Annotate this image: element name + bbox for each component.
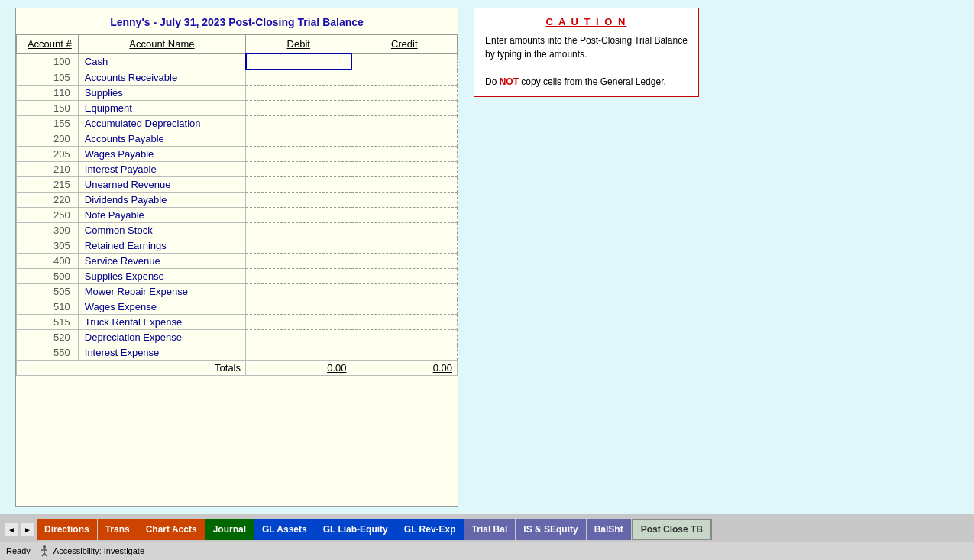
status-ready: Ready — [6, 546, 31, 555]
debit-input-cell[interactable] — [246, 254, 351, 269]
credit-input-cell[interactable] — [351, 101, 458, 116]
debit-input-cell[interactable] — [246, 284, 351, 299]
debit-input[interactable] — [251, 209, 346, 221]
credit-input-cell[interactable] — [351, 116, 458, 131]
credit-input[interactable] — [356, 316, 452, 328]
credit-input[interactable] — [356, 194, 452, 206]
credit-input-cell[interactable] — [351, 208, 458, 223]
tab-trans[interactable]: Trans — [98, 519, 138, 540]
credit-input[interactable] — [356, 240, 452, 251]
debit-input-cell[interactable] — [246, 53, 351, 70]
account-num-cell: 520 — [17, 330, 79, 345]
credit-input-cell[interactable] — [351, 193, 458, 208]
credit-input-cell[interactable] — [351, 269, 458, 284]
credit-input-cell[interactable] — [351, 345, 458, 361]
credit-input[interactable] — [356, 102, 452, 114]
tab-gl-assets[interactable]: GL Assets — [254, 519, 315, 540]
debit-input-cell[interactable] — [246, 299, 351, 315]
debit-input[interactable] — [251, 316, 346, 328]
debit-input[interactable] — [251, 270, 346, 282]
credit-input[interactable] — [356, 148, 452, 160]
credit-input[interactable] — [356, 270, 452, 282]
tab-gl-liab-equity[interactable]: GL Liab-Equity — [315, 519, 396, 540]
debit-input-cell[interactable] — [246, 208, 351, 223]
credit-input-cell[interactable] — [351, 53, 458, 70]
debit-input-cell[interactable] — [246, 162, 351, 177]
tab-gl-rev-exp[interactable]: GL Rev-Exp — [396, 519, 464, 540]
debit-input[interactable] — [251, 286, 346, 297]
credit-input-cell[interactable] — [351, 299, 458, 315]
debit-input[interactable] — [251, 87, 346, 99]
debit-input-cell[interactable] — [246, 177, 351, 193]
tab-post-close-tb[interactable]: Post Close TB — [632, 519, 712, 540]
credit-input-cell[interactable] — [351, 238, 458, 254]
credit-input-cell[interactable] — [351, 70, 458, 86]
account-name-cell: Depreciation Expense — [78, 330, 245, 345]
credit-input-cell[interactable] — [351, 162, 458, 177]
debit-input[interactable] — [251, 347, 346, 358]
debit-input-cell[interactable] — [246, 116, 351, 131]
debit-input[interactable] — [251, 179, 346, 190]
credit-input-cell[interactable] — [351, 223, 458, 238]
credit-input[interactable] — [356, 133, 452, 144]
debit-input[interactable] — [251, 240, 346, 251]
credit-input[interactable] — [356, 347, 452, 358]
credit-input[interactable] — [356, 87, 452, 99]
debit-input[interactable] — [251, 148, 346, 160]
tab-chart-accts[interactable]: Chart Accts — [138, 519, 205, 540]
debit-input[interactable] — [251, 301, 346, 312]
credit-input[interactable] — [356, 332, 452, 343]
table-row: 305Retained Earnings — [17, 238, 458, 254]
debit-input[interactable] — [251, 133, 346, 144]
credit-input-cell[interactable] — [351, 177, 458, 193]
credit-input[interactable] — [356, 118, 452, 129]
tab-directions[interactable]: Directions — [37, 519, 97, 540]
nav-prev[interactable]: ◄ — [5, 523, 18, 536]
debit-input-cell[interactable] — [246, 131, 351, 147]
debit-input-cell[interactable] — [246, 345, 351, 361]
debit-input-cell[interactable] — [246, 269, 351, 284]
debit-input-cell[interactable] — [246, 101, 351, 116]
credit-input[interactable] — [356, 255, 452, 267]
debit-input[interactable] — [251, 72, 346, 83]
debit-input[interactable] — [251, 332, 346, 343]
nav-next[interactable]: ► — [21, 523, 34, 536]
debit-input-cell[interactable] — [246, 330, 351, 345]
credit-input[interactable] — [356, 179, 452, 190]
credit-input[interactable] — [356, 72, 452, 83]
table-row: 250Note Payable — [17, 208, 458, 223]
debit-input[interactable] — [251, 118, 346, 129]
credit-input[interactable] — [356, 301, 452, 312]
debit-input[interactable] — [251, 225, 346, 236]
debit-input-cell[interactable] — [246, 223, 351, 238]
credit-input-cell[interactable] — [351, 131, 458, 147]
credit-input[interactable] — [356, 225, 452, 236]
account-num-cell: 205 — [17, 147, 79, 162]
account-name-cell: Dividends Payable — [78, 193, 245, 208]
credit-input-cell[interactable] — [351, 147, 458, 162]
debit-input-cell[interactable] — [246, 70, 351, 86]
tab-is-sequity[interactable]: IS & SEquity — [516, 519, 585, 540]
debit-input-cell[interactable] — [246, 315, 351, 330]
debit-input[interactable] — [251, 163, 346, 175]
credit-input[interactable] — [356, 163, 452, 175]
tab-trial-bal[interactable]: Trial Bal — [464, 519, 516, 540]
credit-input[interactable] — [357, 56, 452, 67]
credit-input[interactable] — [356, 286, 452, 297]
credit-input[interactable] — [356, 209, 452, 221]
debit-input-cell[interactable] — [246, 147, 351, 162]
debit-input[interactable] — [251, 255, 346, 267]
credit-input-cell[interactable] — [351, 254, 458, 269]
credit-input-cell[interactable] — [351, 330, 458, 345]
debit-input[interactable] — [251, 56, 346, 67]
debit-input-cell[interactable] — [246, 193, 351, 208]
debit-input[interactable] — [251, 102, 346, 114]
tab-journal[interactable]: Journal — [205, 519, 254, 540]
debit-input-cell[interactable] — [246, 238, 351, 254]
debit-input-cell[interactable] — [246, 86, 351, 101]
credit-input-cell[interactable] — [351, 315, 458, 330]
tab-balsht[interactable]: BalSht — [587, 519, 631, 540]
credit-input-cell[interactable] — [351, 86, 458, 101]
credit-input-cell[interactable] — [351, 284, 458, 299]
debit-input[interactable] — [251, 194, 346, 206]
